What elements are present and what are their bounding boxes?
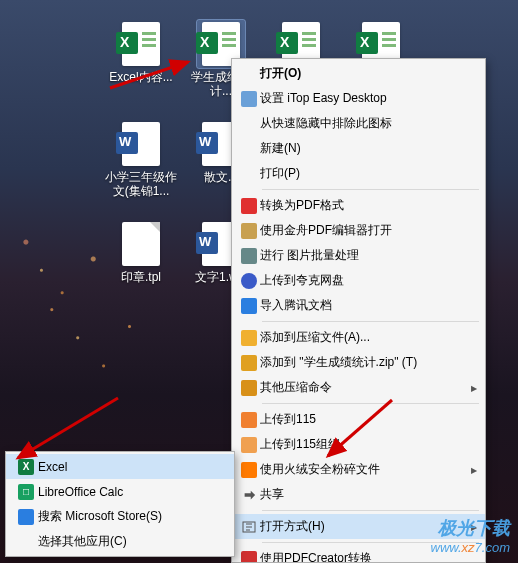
file-tpl[interactable]: 印章.tpl <box>104 220 178 284</box>
openwith-item-label: Excel <box>38 460 208 474</box>
excel-icon <box>122 22 160 66</box>
file-word-1[interactable]: 小学三年级作文(集锦1... <box>104 120 178 199</box>
openwith-item[interactable]: 选择其他应用(C) <box>6 529 234 554</box>
menu-item[interactable]: 添加到 "学生成绩统计.zip" (T) <box>232 350 485 375</box>
menu-item-label: 共享 <box>260 486 459 503</box>
menu-item[interactable]: 使用PDFCreator转换 <box>232 546 485 563</box>
menu-item[interactable]: 使用金舟PDF编辑器打开 <box>232 218 485 243</box>
menu-item-label: 设置 iTop Easy Desktop <box>260 90 459 107</box>
menu-separator <box>262 189 479 190</box>
menu-item[interactable]: 打印(P) <box>232 161 485 186</box>
menu-item[interactable]: 进行 图片批量处理 <box>232 243 485 268</box>
menu-item-label: 上传到115 <box>260 411 459 428</box>
menu-item-label: 使用金舟PDF编辑器打开 <box>260 222 459 239</box>
zip1-icon <box>238 329 260 347</box>
kuake-icon <box>238 272 260 290</box>
org115-icon <box>238 436 260 454</box>
menu-item-label: 从快速隐藏中排除此图标 <box>260 115 459 132</box>
openwith-icon <box>238 518 260 536</box>
menu-item[interactable]: 转换为PDF格式 <box>232 193 485 218</box>
openwith-item[interactable]: □LibreOffice Calc <box>6 479 234 504</box>
menu-item[interactable]: 新建(N) <box>232 136 485 161</box>
menu-item[interactable]: 设置 iTop Easy Desktop <box>232 86 485 111</box>
menu-separator <box>262 321 479 322</box>
context-menu: 打开(O)设置 iTop Easy Desktop从快速隐藏中排除此图标新建(N… <box>231 58 486 563</box>
menu-item-label: 进行 图片批量处理 <box>260 247 459 264</box>
menu-item[interactable]: 打开方式(H) <box>232 514 485 539</box>
pdfcr-icon <box>238 550 260 564</box>
file-label: Excel内容... <box>109 70 172 84</box>
menu-item-label: 新建(N) <box>260 140 459 157</box>
zip3-icon <box>238 379 260 397</box>
word-icon <box>122 122 160 166</box>
excel-icon: X <box>18 459 34 475</box>
menu-separator <box>262 403 479 404</box>
openwith-item[interactable]: 搜索 Microsoft Store(S) <box>6 504 234 529</box>
file-icon <box>122 222 160 266</box>
ms-store-icon <box>18 509 34 525</box>
menu-item[interactable]: 从快速隐藏中排除此图标 <box>232 111 485 136</box>
menu-separator <box>262 542 479 543</box>
openwith-item[interactable]: XExcel <box>6 454 234 479</box>
pdf-icon <box>238 197 260 215</box>
huorong-icon <box>238 461 260 479</box>
up115-icon <box>238 411 260 429</box>
share-icon <box>238 486 260 504</box>
menu-item-label: 使用火绒安全粉碎文件 <box>260 461 459 478</box>
menu-item-label: 打开方式(H) <box>260 518 459 535</box>
openwith-item-label: 选择其他应用(C) <box>38 533 208 550</box>
menu-item-label: 上传到夸克网盘 <box>260 272 459 289</box>
menu-item-label: 使用PDFCreator转换 <box>260 550 459 563</box>
pdfk-icon <box>238 222 260 240</box>
menu-item-label: 转换为PDF格式 <box>260 197 459 214</box>
menu-item[interactable]: 添加到压缩文件(A)... <box>232 325 485 350</box>
menu-item-label: 上传到115组织 <box>260 436 459 453</box>
menu-item-label: 添加到 "学生成绩统计.zip" (T) <box>260 354 459 371</box>
menu-item[interactable]: 其他压缩命令 <box>232 375 485 400</box>
file-excel-1[interactable]: Excel内容... <box>104 20 178 84</box>
menu-item-label: 其他压缩命令 <box>260 379 459 396</box>
menu-item[interactable]: 导入腾讯文档 <box>232 293 485 318</box>
menu-item-label: 打印(P) <box>260 165 459 182</box>
openwith-item-label: 搜索 Microsoft Store(S) <box>38 508 208 525</box>
menu-item-label: 添加到压缩文件(A)... <box>260 329 459 346</box>
menu-item[interactable]: 使用火绒安全粉碎文件 <box>232 457 485 482</box>
itop-icon <box>238 90 260 108</box>
menu-item[interactable]: 上传到115 <box>232 407 485 432</box>
imgb-icon <box>238 247 260 265</box>
file-label: 小学三年级作文(集锦1... <box>104 170 178 199</box>
libreoffice-icon: □ <box>18 484 34 500</box>
menu-item-label: 打开(O) <box>260 65 459 82</box>
tencent-icon <box>238 297 260 315</box>
openwith-item-label: LibreOffice Calc <box>38 485 208 499</box>
menu-item[interactable]: 上传到夸克网盘 <box>232 268 485 293</box>
menu-item-label: 导入腾讯文档 <box>260 297 459 314</box>
menu-separator <box>262 510 479 511</box>
file-label: 印章.tpl <box>121 270 161 284</box>
menu-item[interactable]: 共享 <box>232 482 485 507</box>
openwith-submenu: XExcel□LibreOffice Calc搜索 Microsoft Stor… <box>5 451 235 557</box>
menu-item[interactable]: 打开(O) <box>232 61 485 86</box>
zip2-icon <box>238 354 260 372</box>
menu-item[interactable]: 上传到115组织 <box>232 432 485 457</box>
